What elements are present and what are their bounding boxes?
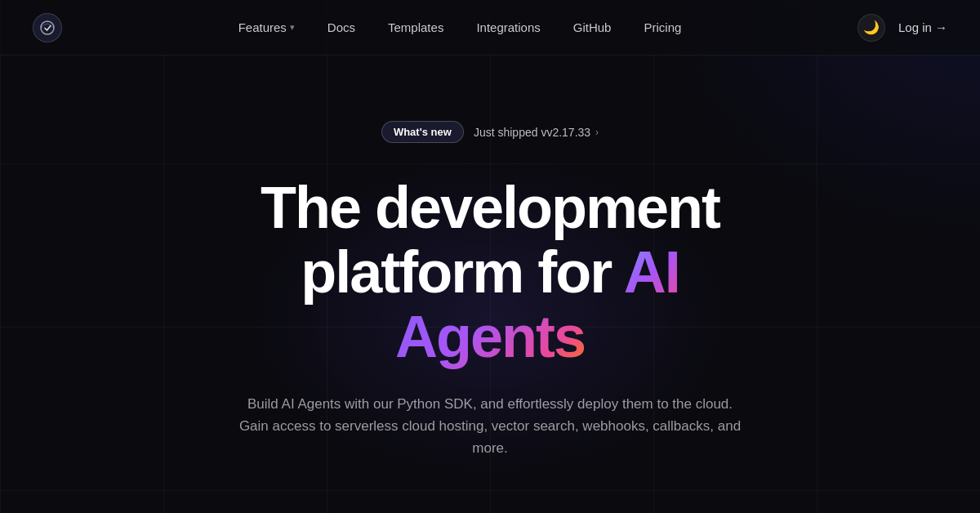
- shipped-text: Just shipped vv2.17.33 ›: [474, 126, 599, 139]
- svg-point-0: [41, 21, 54, 34]
- nav-links: Features ▾ Docs Templates Integrations G…: [225, 14, 695, 41]
- theme-toggle-button[interactable]: 🌙: [858, 14, 885, 42]
- hero-agents-word: Agents: [395, 304, 585, 369]
- logo-icon: [33, 13, 62, 42]
- nav-item-templates[interactable]: Templates: [375, 14, 457, 41]
- templates-link[interactable]: Templates: [375, 14, 457, 41]
- whats-new-badge: What's new: [381, 121, 464, 143]
- moon-icon: 🌙: [863, 20, 880, 35]
- features-link[interactable]: Features ▾: [225, 14, 308, 41]
- nav-item-integrations[interactable]: Integrations: [463, 14, 553, 41]
- hero-heading: The development platform for AI Agents: [261, 176, 719, 370]
- logo[interactable]: [33, 13, 62, 42]
- chevron-down-icon: ▾: [290, 22, 295, 33]
- announcement-bar[interactable]: What's new Just shipped vv2.17.33 ›: [381, 121, 599, 143]
- nav-right: 🌙 Log in →: [858, 14, 947, 42]
- hero-subtitle: Build AI Agents with our Python SDK, and…: [237, 393, 743, 460]
- hero-line1: The development: [261, 175, 719, 240]
- nav-item-features[interactable]: Features ▾: [225, 14, 308, 41]
- github-link[interactable]: GitHub: [560, 14, 625, 41]
- hero-line2: platform for: [301, 239, 611, 305]
- integrations-link[interactable]: Integrations: [463, 14, 553, 41]
- chevron-right-icon: ›: [595, 127, 599, 138]
- pricing-link[interactable]: Pricing: [630, 14, 694, 41]
- docs-link[interactable]: Docs: [314, 14, 368, 41]
- main-content: What's new Just shipped vv2.17.33 › The …: [0, 56, 980, 459]
- nav-item-docs[interactable]: Docs: [314, 14, 368, 41]
- navbar: Features ▾ Docs Templates Integrations G…: [0, 0, 980, 56]
- hero-ai-word-text: AI: [624, 239, 679, 305]
- login-button[interactable]: Log in →: [898, 20, 947, 34]
- nav-item-pricing[interactable]: Pricing: [630, 14, 694, 41]
- nav-item-github[interactable]: GitHub: [560, 14, 625, 41]
